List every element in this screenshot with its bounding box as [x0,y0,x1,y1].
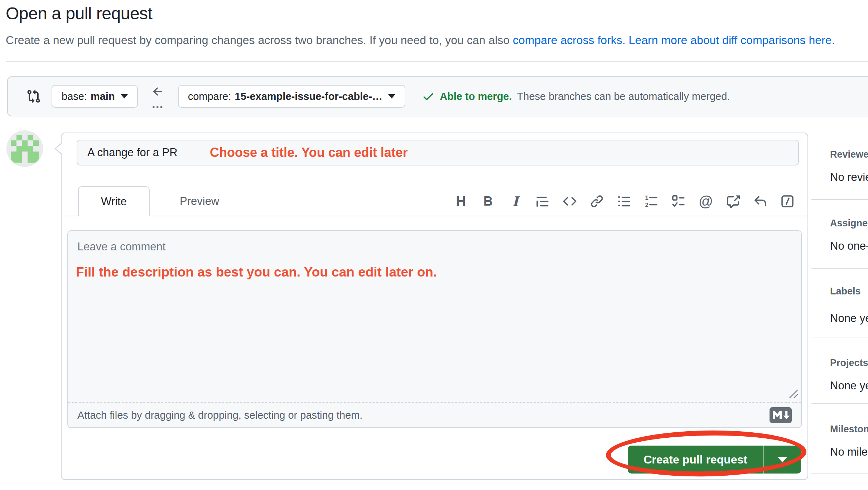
resize-handle-icon[interactable] [787,387,799,399]
caret-down-icon [778,457,787,462]
sidebar-section-projects: Projects None yet [830,357,868,392]
page-subtitle: Create a new pull request by comparing c… [6,34,835,47]
unordered-list-icon[interactable] [617,193,631,209]
caret-down-icon [388,94,395,99]
avatar [7,131,42,166]
sidebar-heading-assignees[interactable]: Assignees [830,218,868,229]
sidebar-divider [811,268,868,269]
branch-compare-bar: base: main … compare: 15-example-issue-f… [7,76,868,116]
base-branch-label: base: [62,91,87,102]
pr-title-value: A change for a PR [87,146,178,159]
compare-branch-button[interactable]: compare: 15-example-issue-for-cable-… [178,85,405,108]
comment-annotation: Fill the description as best you can. Yo… [76,265,437,280]
attach-files-bar[interactable]: Attach files by dragging & dropping, sel… [68,402,801,427]
base-branch-value: main [91,91,115,102]
subtitle-text: Create a new pull request by comparing c… [6,34,513,47]
sidebar-value-assignees: No one—assign yourself [830,240,868,253]
sidebar-value-milestone: No milestone [830,446,868,458]
sidebar-divider [811,473,868,474]
sidebar-section-labels: Labels None yet [830,286,868,325]
header-divider [6,61,868,62]
compare-branch-value: 15-example-issue-for-cable-… [235,91,383,102]
slash-command-icon[interactable] [780,193,795,209]
arrow-left-icon [151,85,164,98]
link-icon[interactable] [590,193,604,209]
sidebar-section-assignees: Assignees No one—assign yourself [830,218,868,253]
sidebar-value-reviewers: No reviews [830,171,868,184]
comment-textarea[interactable]: Leave a comment Fill the description as … [67,230,802,428]
heading-icon[interactable]: H [454,193,468,209]
create-pull-request-label: Create pull request [628,446,763,474]
sidebar-value-projects: None yet [830,379,868,392]
markdown-toolbar: H B I 1 2 [454,186,795,216]
cross-reference-icon[interactable] [726,193,740,209]
markdown-icon[interactable] [770,407,792,423]
tasklist-icon[interactable] [671,193,686,209]
comment-placeholder: Leave a comment [77,240,165,253]
sidebar-heading-labels[interactable]: Labels [830,286,868,297]
create-pull-request-button[interactable]: Create pull request [628,446,801,474]
sidebar-heading-projects[interactable]: Projects [830,357,868,369]
ordered-list-icon[interactable]: 1 2 [644,193,659,209]
sidebar-divider [811,199,868,200]
svg-text:1: 1 [645,194,648,201]
italic-icon[interactable]: I [508,193,522,209]
sidebar-heading-milestone[interactable]: Milestone [830,424,868,435]
ellipsis-icon: … [151,100,164,107]
compare-across-forks-link[interactable]: compare across forks. [513,34,626,47]
identicon-pattern [11,135,39,163]
sidebar-heading-reviewers[interactable]: Reviewers [830,149,868,160]
merge-status-detail: These branches can be automatically merg… [517,91,730,102]
check-icon [422,90,435,103]
create-options-dropdown[interactable] [764,446,801,474]
page-title: Open a pull request [6,4,152,23]
quote-icon[interactable] [535,193,550,209]
code-icon[interactable] [563,193,577,209]
merge-status-text: Able to merge. [440,91,512,102]
sidebar-section-milestone: Milestone No milestone [830,424,868,458]
comment-tabnav: Write Preview H B I 1 [62,186,807,216]
tab-write[interactable]: Write [78,186,150,216]
svg-text:2: 2 [645,202,648,208]
title-annotation: Choose a title. You can edit later [210,145,408,160]
sidebar-value-labels: None yet [830,312,868,325]
pull-request-form: A change for a PR Choose a title. You ca… [61,133,808,480]
caret-down-icon [121,94,128,99]
base-branch-button[interactable]: base: main [52,85,138,108]
reply-icon[interactable] [753,193,767,209]
attach-files-hint: Attach files by dragging & dropping, sel… [77,409,362,421]
branch-direction: … [149,85,167,107]
git-compare-icon [26,89,41,104]
learn-more-link[interactable]: Learn more about diff comparisons here. [629,34,835,47]
sidebar-divider [811,403,868,404]
sidebar-divider [811,337,868,337]
pr-title-input[interactable]: A change for a PR Choose a title. You ca… [77,140,799,165]
tab-preview[interactable]: Preview [169,186,230,216]
bold-icon[interactable]: B [481,193,495,209]
sidebar-section-reviewers: Reviewers No reviews [830,149,868,184]
compare-branch-label: compare: [188,91,231,102]
merge-status: Able to merge. These branches can be aut… [422,90,730,103]
mention-icon[interactable]: @ [699,193,713,209]
